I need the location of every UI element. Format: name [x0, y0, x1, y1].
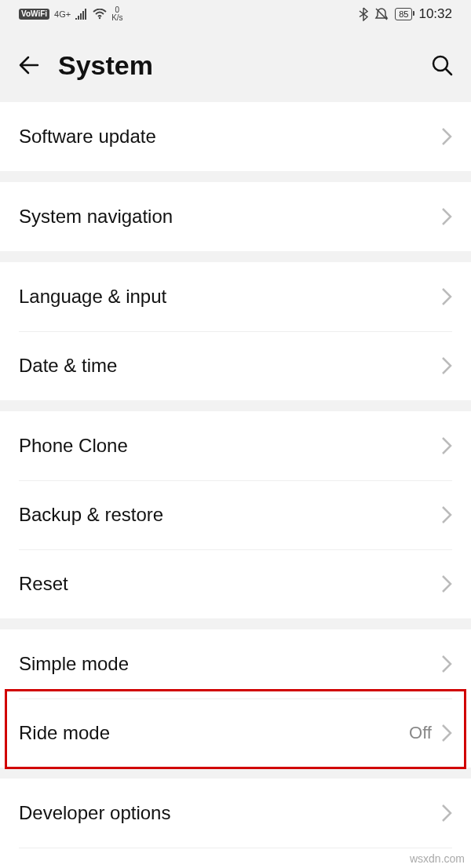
row-label: Simple mode [19, 653, 441, 675]
row-label: Backup & restore [19, 504, 441, 526]
section-backup: Phone Clone Backup & restore Reset [0, 411, 471, 618]
network-speed: 0 K/s [111, 6, 122, 22]
section-modes: Simple mode Ride mode Off [0, 629, 471, 768]
row-label: System navigation [19, 206, 441, 228]
chevron-right-icon [441, 436, 452, 455]
status-left: VoWiFi 4G+ 0 K/s [19, 6, 123, 22]
row-label: Language & input [19, 286, 441, 308]
svg-point-0 [99, 17, 100, 19]
row-label: Phone Clone [19, 435, 441, 457]
vowifi-badge: VoWiFi [19, 9, 49, 20]
section-software: Software update [0, 102, 471, 171]
section-language-date: Language & input Date & time [0, 262, 471, 400]
row-label: Developer options [19, 802, 441, 824]
row-label: Ride mode [19, 722, 409, 744]
row-reset[interactable]: Reset [0, 549, 471, 618]
status-right: 85 10:32 [359, 6, 452, 22]
row-language-input[interactable]: Language & input [0, 262, 471, 331]
chevron-right-icon [441, 574, 452, 593]
header: System [0, 28, 471, 102]
battery-indicator: 85 [395, 8, 412, 20]
chevron-right-icon [441, 207, 452, 226]
row-software-update[interactable]: Software update [0, 102, 471, 171]
row-system-navigation[interactable]: System navigation [0, 182, 471, 251]
chevron-right-icon [441, 287, 452, 306]
back-button[interactable] [17, 53, 41, 77]
clock-text: 10:32 [418, 6, 452, 22]
dnd-icon [374, 7, 389, 21]
bluetooth-icon [359, 7, 368, 21]
row-user-experience-improvement[interactable]: User experience improvement [0, 848, 471, 868]
row-phone-clone[interactable]: Phone Clone [0, 411, 471, 480]
chevron-right-icon [441, 356, 452, 375]
row-simple-mode[interactable]: Simple mode [0, 629, 471, 698]
search-button[interactable] [430, 53, 454, 77]
chevron-right-icon [441, 655, 452, 673]
signal-icon [75, 9, 88, 20]
network-type: 4G+ [54, 10, 71, 19]
row-value: Off [409, 723, 432, 743]
chevron-right-icon [441, 724, 452, 742]
status-bar: VoWiFi 4G+ 0 K/s 85 10:32 [0, 0, 471, 28]
watermark: wsxdn.com [410, 852, 465, 865]
row-label: Software update [19, 126, 441, 148]
section-navigation: System navigation [0, 182, 471, 251]
row-developer-options[interactable]: Developer options [0, 779, 471, 848]
section-developer: Developer options User experience improv… [0, 779, 471, 868]
row-ride-mode[interactable]: Ride mode Off [0, 698, 471, 768]
row-label: Reset [19, 573, 441, 595]
wifi-icon [93, 9, 107, 20]
row-label: Date & time [19, 355, 441, 377]
page-title: System [58, 50, 413, 81]
chevron-right-icon [441, 804, 452, 822]
row-backup-restore[interactable]: Backup & restore [0, 480, 471, 549]
chevron-right-icon [441, 505, 452, 524]
chevron-right-icon [441, 127, 452, 146]
row-date-time[interactable]: Date & time [0, 331, 471, 400]
